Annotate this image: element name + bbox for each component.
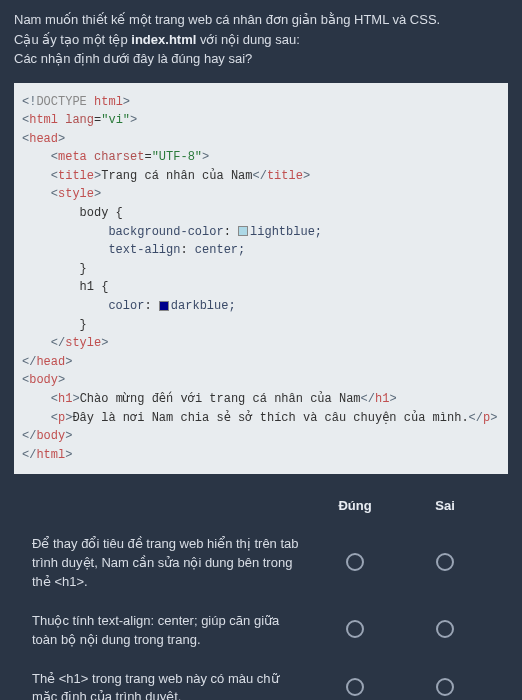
column-header-false: Sai	[400, 498, 490, 513]
quiz-header-row: Đúng Sai	[32, 498, 490, 513]
radio-true[interactable]	[346, 678, 364, 696]
quiz-row: Thẻ <h1> trong trang web này có màu chữ …	[32, 660, 490, 700]
color-swatch-lightblue	[238, 226, 248, 236]
quiz-row: Thuộc tính text-align: center; giúp căn …	[32, 602, 490, 660]
statement-text: Thẻ <h1> trong trang web này có màu chữ …	[32, 670, 310, 700]
radio-false[interactable]	[436, 553, 454, 571]
radio-false[interactable]	[436, 678, 454, 696]
quiz-table: Đúng Sai Để thay đổi tiêu đề trang web h…	[14, 498, 508, 700]
column-header-true: Đúng	[310, 498, 400, 513]
intro-line3: Các nhận định dưới đây là đúng hay sai?	[14, 51, 252, 66]
quiz-header-spacer	[32, 498, 310, 513]
question-content: Nam muốn thiết kế một trang web cá nhân …	[0, 0, 522, 700]
cell-true	[310, 678, 400, 699]
radio-true[interactable]	[346, 553, 364, 571]
color-swatch-darkblue	[159, 301, 169, 311]
cell-true	[310, 553, 400, 574]
quiz-row: Để thay đổi tiêu đề trang web hiển thị t…	[32, 525, 490, 602]
intro-line2b: với nội dung sau:	[196, 32, 299, 47]
radio-true[interactable]	[346, 620, 364, 638]
cell-false	[400, 553, 490, 574]
radio-false[interactable]	[436, 620, 454, 638]
filename: index.html	[131, 32, 196, 47]
code-block: <!DOCTYPE html> <html lang="vi"> <head> …	[14, 83, 508, 475]
question-intro: Nam muốn thiết kế một trang web cá nhân …	[14, 10, 508, 69]
intro-line2a: Cậu ấy tạo một tệp	[14, 32, 131, 47]
statement-text: Để thay đổi tiêu đề trang web hiển thị t…	[32, 535, 310, 592]
cell-true	[310, 620, 400, 641]
statement-text: Thuộc tính text-align: center; giúp căn …	[32, 612, 310, 650]
cell-false	[400, 678, 490, 699]
cell-false	[400, 620, 490, 641]
intro-line1: Nam muốn thiết kế một trang web cá nhân …	[14, 12, 440, 27]
